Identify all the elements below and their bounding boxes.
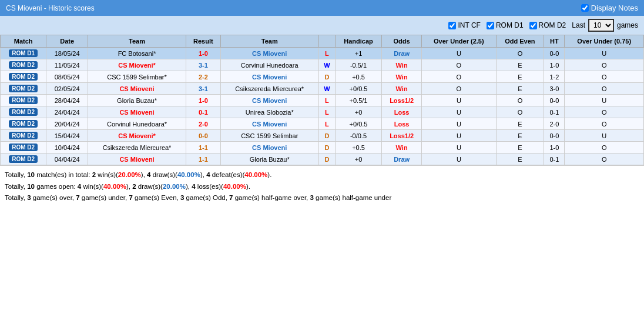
table-header-row: Match Date Team Result Team Handicap Odd…: [1, 35, 644, 48]
date-cell: 18/05/24: [46, 48, 88, 59]
col-handicap: Handicap: [335, 35, 381, 48]
team2-cell: CSC 1599 Selimbar: [220, 130, 318, 142]
ht-cell: 0-1: [544, 106, 565, 118]
wdl-cell: L: [318, 106, 335, 118]
ou075-cell: U: [565, 130, 644, 142]
ou25-cell: U: [422, 95, 496, 106]
filter-intcf-checkbox[interactable]: [448, 22, 456, 29]
table-row: ROM D211/05/24CS Mioveni*3-1Corvinul Hun…: [1, 59, 644, 71]
oe-cell: E: [496, 59, 544, 71]
wdl-cell: W: [318, 83, 335, 95]
odds-cell: Draw: [382, 48, 422, 59]
ht-cell: 3-0: [544, 83, 565, 95]
league-cell: ROM D2: [1, 106, 46, 118]
filter-romd2-label: ROM D2: [539, 21, 566, 29]
table-row: ROM D204/04/24CS Mioveni1-1Gloria Buzau*…: [1, 154, 644, 165]
odds-cell: Win: [382, 59, 422, 71]
league-cell: ROM D2: [1, 142, 46, 154]
wdl-cell: L: [318, 118, 335, 130]
summary-line2: Totally, 10 games open: 4 win(s)(40.00%)…: [5, 181, 639, 193]
handicap-cell: -0/0.5: [335, 130, 381, 142]
oe-cell: E: [496, 83, 544, 95]
odds-cell: Win: [382, 71, 422, 83]
ht-cell: 0-0: [544, 130, 565, 142]
team1-cell: CS Mioveni: [88, 106, 186, 118]
summary-line1: Totally, 10 match(es) in total: 2 win(s)…: [5, 169, 639, 181]
ou25-cell: U: [422, 118, 496, 130]
oe-cell: E: [496, 118, 544, 130]
filter-romd1-label: ROM D1: [496, 21, 524, 29]
team1-cell: CS Mioveni*: [88, 59, 186, 71]
ou075-cell: U: [565, 95, 644, 106]
league-badge: ROM D2: [9, 132, 38, 139]
ou075-cell: O: [565, 83, 644, 95]
page-title: CS Mioveni - Historic scores: [6, 4, 95, 12]
league-badge: ROM D2: [9, 73, 38, 81]
odds-cell: Loss: [382, 118, 422, 130]
filter-romd1-checkbox[interactable]: [487, 22, 494, 29]
filter-romd2-checkbox[interactable]: [529, 22, 537, 29]
league-cell: ROM D2: [1, 154, 46, 165]
ou075-cell: O: [565, 118, 644, 130]
odds-cell: Loss: [382, 106, 422, 118]
result-cell: 1-1: [186, 142, 220, 154]
date-cell: 15/04/24: [46, 130, 88, 142]
ht-cell: 1-0: [544, 142, 565, 154]
col-team1: Team: [88, 35, 186, 48]
handicap-cell: +0: [335, 106, 381, 118]
team1-cell: Csikszereda Miercurea*: [88, 142, 186, 154]
ou25-cell: O: [422, 71, 496, 83]
date-cell: 02/05/24: [46, 83, 88, 95]
wdl-cell: D: [318, 71, 335, 83]
team1-cell: CS Mioveni: [88, 154, 186, 165]
table-row: ROM D224/04/24CS Mioveni0-1Unirea Sloboz…: [1, 106, 644, 118]
date-cell: 28/04/24: [46, 95, 88, 106]
table-row: ROM D118/05/24FC Botosani*1-0CS MioveniL…: [1, 48, 644, 59]
league-cell: ROM D1: [1, 48, 46, 59]
team2-cell: CS Mioveni: [220, 48, 318, 59]
ht-cell: 0-1: [544, 154, 565, 165]
filter-bar: INT CF ROM D1 ROM D2 Last 10 20 30 games: [0, 16, 644, 35]
league-badge: ROM D2: [9, 85, 38, 92]
games-label: games: [617, 21, 638, 29]
oe-cell: O: [496, 48, 544, 59]
league-cell: ROM D2: [1, 59, 46, 71]
handicap-cell: -0.5/1: [335, 59, 381, 71]
league-badge: ROM D2: [9, 96, 38, 104]
col-date: Date: [46, 35, 88, 48]
team2-cell: CS Mioveni: [220, 95, 318, 106]
col-odds: Odds: [382, 35, 422, 48]
oe-cell: E: [496, 142, 544, 154]
scores-table: Match Date Team Result Team Handicap Odd…: [0, 35, 644, 165]
league-cell: ROM D2: [1, 95, 46, 106]
league-cell: ROM D2: [1, 83, 46, 95]
team2-cell: CS Mioveni: [220, 118, 318, 130]
handicap-cell: +0.5/1: [335, 95, 381, 106]
result-cell: 3-1: [186, 59, 220, 71]
display-notes-label[interactable]: Display Notes: [581, 4, 638, 12]
oe-cell: E: [496, 154, 544, 165]
table-row: ROM D208/05/24CSC 1599 Selimbar*2-2CS Mi…: [1, 71, 644, 83]
result-cell: 1-0: [186, 48, 220, 59]
league-badge: ROM D2: [9, 61, 38, 69]
ht-cell: 1-2: [544, 71, 565, 83]
last-games-select[interactable]: 10 20 30: [588, 19, 614, 32]
header-right: Display Notes: [581, 4, 638, 12]
league-badge: ROM D2: [9, 120, 38, 128]
ou25-cell: U: [422, 106, 496, 118]
ou25-cell: O: [422, 83, 496, 95]
date-cell: 24/04/24: [46, 106, 88, 118]
filter-intcf-label: INT CF: [458, 21, 480, 29]
display-notes-checkbox[interactable]: [581, 4, 589, 12]
wdl-cell: L: [318, 48, 335, 59]
oe-cell: O: [496, 95, 544, 106]
team1-cell: CS Mioveni: [88, 83, 186, 95]
odds-cell: Loss1/2: [382, 130, 422, 142]
ht-cell: 0-0: [544, 48, 565, 59]
table-row: ROM D202/05/24CS Mioveni3-1Csikszereda M…: [1, 83, 644, 95]
col-ht: HT: [544, 35, 565, 48]
team1-cell: FC Botosani*: [88, 48, 186, 59]
filter-romd1: ROM D1: [487, 21, 524, 29]
last-games-filter: Last 10 20 30 games: [572, 19, 638, 32]
summary-section: Totally, 10 match(es) in total: 2 win(s)…: [0, 165, 644, 208]
